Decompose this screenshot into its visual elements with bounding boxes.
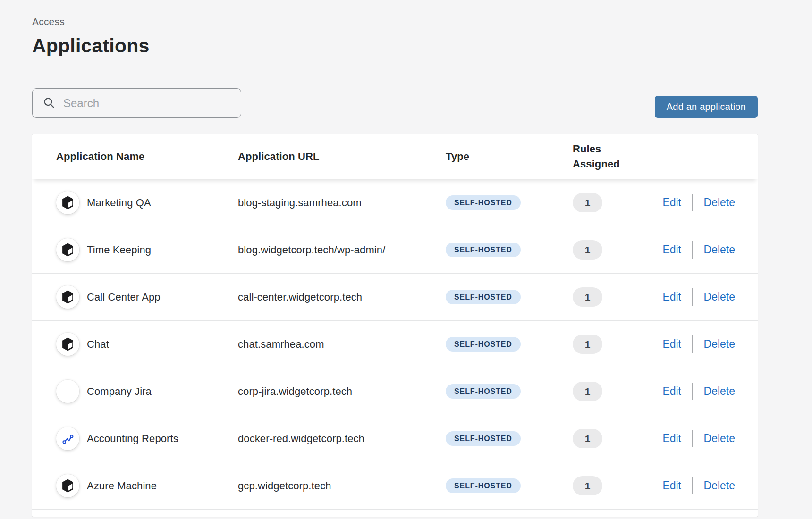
rules-assigned-count: 1: [573, 382, 602, 401]
action-divider: [692, 477, 693, 494]
application-name-cell: Company Jira: [56, 380, 238, 403]
edit-link[interactable]: Edit: [662, 385, 681, 398]
row-actions: Edit Delete: [661, 335, 735, 353]
table-row: Company Jira corp-jira.widgetcorp.tech S…: [32, 368, 758, 415]
action-divider: [692, 194, 693, 211]
rules-cell: 1: [573, 240, 661, 260]
application-name-cell: Marketing QA: [56, 191, 238, 214]
application-url: blog.widgetcorp.tech/wp-admin/: [238, 244, 446, 256]
action-divider: [692, 335, 693, 353]
column-header-rules-assigned: Rules Assigned: [573, 142, 627, 172]
delete-link[interactable]: Delete: [704, 479, 735, 492]
edit-link[interactable]: Edit: [662, 432, 681, 445]
application-name-cell: Call Center App: [56, 285, 238, 309]
column-header-type: Type: [446, 151, 573, 163]
application-url: docker-red.widgetcorp.tech: [238, 433, 446, 445]
edit-link[interactable]: Edit: [662, 196, 681, 209]
type-badge: SELF-HOSTED: [446, 290, 521, 304]
delete-link[interactable]: Delete: [704, 338, 735, 351]
type-cell: SELF-HOSTED: [446, 431, 573, 446]
rules-cell: 1: [573, 382, 661, 401]
action-divider: [692, 288, 693, 306]
jira-icon: [61, 385, 74, 398]
type-badge: SELF-HOSTED: [446, 337, 521, 352]
application-avatar: [56, 333, 79, 356]
application-name-cell: Chat: [56, 333, 238, 356]
delete-link[interactable]: Delete: [704, 385, 735, 398]
breadcrumb: Access: [32, 16, 758, 27]
type-cell: SELF-HOSTED: [446, 384, 573, 399]
cube-app-icon: [62, 479, 74, 493]
table-row: Chat chat.samrhea.com SELF-HOSTED 1 Edit…: [32, 321, 758, 368]
application-name-cell: Accounting Reports: [56, 427, 238, 450]
table-row: Accounting Reports docker-red.widgetcorp…: [32, 415, 758, 462]
application-avatar: [56, 285, 79, 309]
search-icon: [43, 97, 56, 109]
rules-cell: 1: [573, 476, 661, 495]
application-avatar: [56, 191, 79, 214]
application-name-cell: Azure Machine: [56, 474, 238, 497]
row-actions: Edit Delete: [661, 194, 735, 211]
action-divider: [692, 383, 693, 400]
table-row: Marketing QA blog-staging.samrhea.com SE…: [32, 179, 758, 226]
row-actions: Edit Delete: [661, 241, 735, 259]
column-header-application-url: Application URL: [238, 151, 446, 163]
application-name-cell: Time Keeping: [56, 238, 238, 261]
rules-cell: 1: [573, 335, 661, 354]
cube-app-icon: [62, 290, 74, 304]
action-divider: [692, 241, 693, 259]
type-badge: SELF-HOSTED: [446, 478, 521, 493]
application-avatar: [56, 474, 79, 497]
delete-link[interactable]: Delete: [704, 243, 735, 256]
column-header-application-name: Application Name: [56, 151, 238, 163]
add-application-button[interactable]: Add an application: [655, 96, 758, 118]
applications-table: Application Name Application URL Type Ru…: [32, 134, 758, 517]
application-avatar: [56, 238, 79, 261]
table-header-row: Application Name Application URL Type Ru…: [32, 134, 758, 179]
cube-app-icon: [62, 243, 74, 257]
page-title: Applications: [32, 35, 758, 57]
cube-app-icon: [62, 196, 74, 209]
application-url: chat.samrhea.com: [238, 338, 446, 351]
edit-link[interactable]: Edit: [662, 479, 681, 492]
delete-link[interactable]: Delete: [704, 196, 735, 209]
search-box[interactable]: [32, 88, 241, 118]
edit-link[interactable]: Edit: [662, 291, 681, 303]
toolbar: Add an application: [32, 88, 758, 118]
application-url: blog-staging.samrhea.com: [238, 197, 446, 209]
rules-assigned-count: 1: [573, 287, 602, 307]
rules-cell: 1: [573, 287, 661, 307]
application-name: Call Center App: [87, 291, 161, 303]
edit-link[interactable]: Edit: [662, 243, 681, 256]
delete-link[interactable]: Delete: [704, 291, 735, 303]
table-row: Time Keeping blog.widgetcorp.tech/wp-adm…: [32, 226, 758, 274]
type-cell: SELF-HOSTED: [446, 243, 573, 257]
application-avatar: [56, 427, 79, 450]
rules-assigned-count: 1: [573, 193, 602, 212]
table-body: Marketing QA blog-staging.samrhea.com SE…: [32, 179, 758, 510]
edit-link[interactable]: Edit: [662, 338, 681, 351]
rules-assigned-count: 1: [573, 429, 602, 448]
type-cell: SELF-HOSTED: [446, 478, 573, 493]
table-row: Azure Machine gcp.widgetcorp.tech SELF-H…: [32, 462, 758, 510]
rules-assigned-count: 1: [573, 335, 602, 354]
rules-cell: 1: [573, 429, 661, 448]
table-row: Call Center App call-center.widgetcorp.t…: [32, 274, 758, 321]
application-name: Company Jira: [87, 385, 152, 398]
cube-app-icon: [62, 337, 74, 351]
row-actions: Edit Delete: [661, 477, 735, 494]
type-cell: SELF-HOSTED: [446, 337, 573, 352]
type-badge: SELF-HOSTED: [446, 243, 521, 257]
application-name: Marketing QA: [87, 197, 151, 209]
type-cell: SELF-HOSTED: [446, 290, 573, 304]
search-input[interactable]: [63, 97, 232, 110]
row-actions: Edit Delete: [661, 430, 735, 447]
row-actions: Edit Delete: [661, 383, 735, 400]
application-name: Accounting Reports: [87, 433, 178, 445]
type-cell: SELF-HOSTED: [446, 195, 573, 210]
application-url: gcp.widgetcorp.tech: [238, 480, 446, 492]
delete-link[interactable]: Delete: [704, 432, 735, 445]
application-name: Azure Machine: [87, 480, 157, 492]
application-name: Time Keeping: [87, 244, 151, 256]
rules-cell: 1: [573, 193, 661, 212]
